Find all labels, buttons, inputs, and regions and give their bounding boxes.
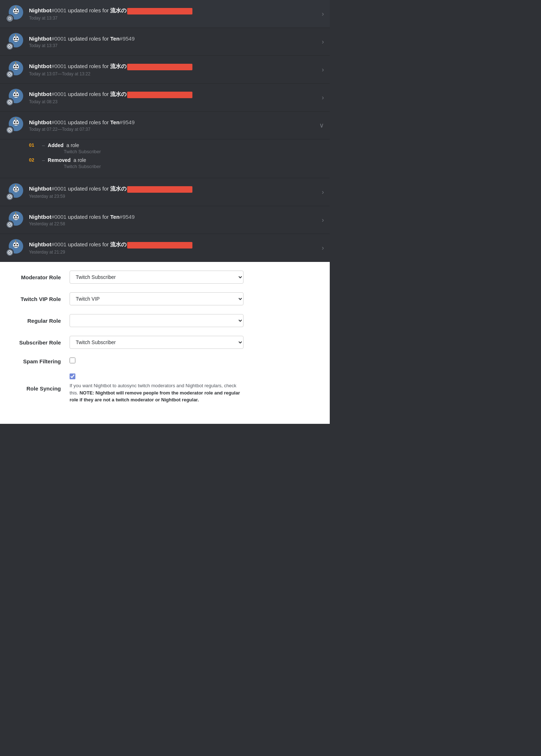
svg-point-51 [15, 185, 16, 186]
audit-log: Nightbot#0001 updated roles for 流水の Toda… [0, 0, 330, 262]
detail-number-1: 01 [29, 142, 39, 148]
redacted-name-6 [127, 186, 192, 193]
audit-title-2: Nightbot#0001 updated roles for Ten#9549 [29, 35, 317, 42]
expand-chevron-5[interactable]: ∨ [319, 121, 324, 129]
audit-content-4: Nightbot#0001 updated roles for 流水の Toda… [29, 91, 317, 104]
audit-row-1[interactable]: Nightbot#0001 updated roles for 流水の Toda… [0, 0, 330, 28]
detail-action-1: Added [48, 142, 64, 148]
detail-item-1: 01 – Added a role Twitch Subscriber [29, 142, 301, 154]
twitch-vip-role-select[interactable]: Twitch VIP Twitch Subscriber [70, 292, 244, 305]
svg-point-29 [16, 93, 18, 95]
audit-title-8: Nightbot#0001 updated roles for 流水の [29, 241, 317, 248]
settings-section: Moderator Role Twitch Subscriber Twitch … [0, 262, 330, 424]
svg-point-28 [14, 93, 16, 95]
audit-title-1: Nightbot#0001 updated roles for 流水の [29, 7, 317, 14]
audit-row-2[interactable]: Nightbot#0001 updated roles for Ten#9549… [0, 28, 330, 56]
svg-point-33 [15, 90, 16, 91]
svg-point-2 [14, 10, 16, 12]
audit-row-4[interactable]: Nightbot#0001 updated roles for 流水の Toda… [0, 84, 330, 112]
bot-hash-4: #0001 [51, 91, 67, 97]
expand-chevron-6[interactable]: › [322, 188, 324, 196]
bot-name-2: Nightbot [29, 35, 51, 42]
expand-chevron-7[interactable]: › [322, 216, 324, 224]
subscriber-role-label: Subscriber Role [12, 339, 70, 346]
audit-content-1: Nightbot#0001 updated roles for 流水の Toda… [29, 7, 317, 20]
svg-point-47 [16, 188, 18, 190]
svg-point-20 [16, 66, 18, 67]
regular-role-row: Regular Role Twitch Subscriber Twitch VI… [12, 314, 318, 327]
subscriber-role-select[interactable]: Twitch Subscriber Twitch VIP [70, 336, 244, 349]
audit-row-3[interactable]: Nightbot#0001 updated roles for 流水の Toda… [0, 56, 330, 84]
bot-hash-6: #0001 [51, 185, 67, 192]
target-name-7: Ten [110, 214, 120, 220]
audit-row-7[interactable]: Nightbot#0001 updated roles for Ten#9549… [0, 206, 330, 234]
redacted-name [127, 8, 192, 14]
target-name: 流水の [110, 7, 126, 13]
bot-hash-8: #0001 [51, 241, 67, 247]
role-syncing-note: If you want Nightbot to autosync twitch … [70, 382, 244, 404]
audit-timestamp-1: Today at 13:37 [29, 16, 317, 21]
spam-filtering-row: Spam Filtering [12, 358, 318, 365]
svg-rect-4 [14, 12, 18, 13]
bot-name-6: Nightbot [29, 185, 51, 192]
audit-row-8[interactable]: Nightbot#0001 updated roles for 流水の Yest… [0, 234, 330, 262]
svg-rect-57 [14, 218, 18, 219]
expand-chevron-4[interactable]: › [322, 94, 324, 101]
svg-point-46 [14, 188, 16, 190]
audit-content-6: Nightbot#0001 updated roles for 流水の Yest… [29, 185, 317, 199]
role-update-icon-2 [6, 42, 14, 50]
bot-name-4: Nightbot [29, 91, 51, 97]
spam-filtering-checkbox[interactable] [70, 358, 75, 363]
twitch-vip-role-control: Twitch VIP Twitch Subscriber [70, 292, 244, 305]
svg-point-56 [16, 216, 18, 218]
twitch-vip-role-label: Twitch VIP Role [12, 296, 70, 302]
bot-name: Nightbot [29, 7, 51, 13]
audit-title-5: Nightbot#0001 updated roles for Ten#9549 [29, 119, 315, 126]
moderator-role-select[interactable]: Twitch Subscriber Twitch VIP [70, 271, 244, 284]
svg-point-3 [16, 10, 18, 12]
bot-hash-7: #0001 [51, 214, 67, 220]
audit-row-6[interactable]: Nightbot#0001 updated roles for 流水の Yest… [0, 178, 330, 206]
role-update-icon-5 [6, 126, 14, 134]
expand-chevron-8[interactable]: › [322, 244, 324, 252]
expand-chevron-1[interactable]: › [322, 10, 324, 18]
bot-name-5: Nightbot [29, 119, 51, 125]
detail-dash-1: – [42, 142, 45, 148]
regular-role-label: Regular Role [12, 318, 70, 324]
audit-content-8: Nightbot#0001 updated roles for 流水の Yest… [29, 241, 317, 254]
redacted-name-4 [127, 92, 192, 98]
role-syncing-checkbox[interactable] [70, 373, 75, 379]
target-name-4: 流水の [110, 91, 126, 97]
audit-icon-group-8 [6, 239, 23, 256]
regular-role-select[interactable]: Twitch Subscriber Twitch VIP [70, 314, 244, 327]
target-name-8: 流水の [110, 241, 126, 247]
target-hash-2: #9549 [120, 35, 135, 42]
audit-timestamp-4: Today at 08:23 [29, 99, 317, 104]
role-update-icon-3 [6, 70, 14, 78]
expand-chevron-3[interactable]: › [322, 66, 324, 74]
expand-chevron-2[interactable]: › [322, 38, 324, 46]
detail-dash-2: – [42, 157, 45, 163]
redacted-name-3 [127, 64, 192, 70]
target-name-2: Ten [110, 35, 120, 42]
target-name-3: 流水の [110, 63, 126, 69]
detail-action-text-2: a role [74, 157, 86, 163]
redacted-name-8 [127, 242, 192, 248]
moderator-role-label: Moderator Role [12, 274, 70, 280]
audit-title-6: Nightbot#0001 updated roles for 流水の [29, 185, 317, 192]
svg-rect-12 [14, 40, 18, 41]
spam-filtering-control [70, 358, 244, 365]
audit-timestamp-5: Today at 07:22—Today at 07:37 [29, 127, 315, 132]
role-syncing-control: If you want Nightbot to autosync twitch … [70, 373, 244, 404]
svg-point-65 [16, 244, 18, 246]
spam-filtering-label: Spam Filtering [12, 358, 70, 364]
svg-rect-48 [14, 191, 18, 191]
audit-timestamp-8: Yesterday at 21:29 [29, 250, 317, 255]
audit-timestamp-7: Yesterday at 22:58 [29, 221, 317, 226]
audit-row-5[interactable]: Nightbot#0001 updated roles for Ten#9549… [0, 112, 330, 139]
detail-number-2: 02 [29, 157, 39, 163]
svg-rect-66 [14, 246, 18, 247]
detail-role-name-1: Twitch Subscriber [64, 149, 101, 154]
svg-point-55 [14, 216, 16, 218]
svg-point-10 [14, 38, 16, 39]
